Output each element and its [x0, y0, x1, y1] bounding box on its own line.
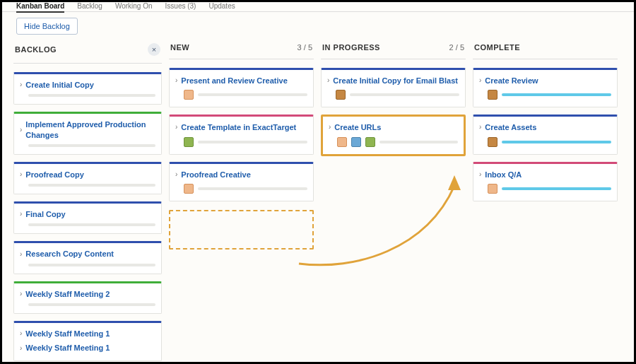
card-title[interactable]: Create Review [485, 76, 538, 86]
avatar-icon [184, 184, 194, 194]
progress-bar [28, 264, 155, 266]
card[interactable]: › Weekly Staff Meeting 1 › Weekly Staff … [13, 321, 162, 361]
progress-bar [502, 141, 611, 143]
progress-bar [379, 141, 458, 143]
avatar-icon [488, 90, 497, 100]
card[interactable]: › Create Initial Copy for Email Blast [321, 68, 466, 107]
chevron-right-icon: › [20, 251, 22, 258]
chevron-right-icon: › [20, 81, 22, 88]
chevron-right-icon: › [175, 77, 177, 84]
card[interactable]: › Create Review [473, 68, 618, 107]
column-new: NEW 3 / 5 › Present and Review Creative … [169, 40, 314, 364]
card-title[interactable]: Create Assets [485, 122, 536, 132]
column-count: 2 / 5 [449, 43, 464, 52]
card[interactable]: › Create Initial Copy [13, 72, 162, 105]
avatar-icon [488, 184, 497, 194]
avatar-icon [351, 137, 361, 147]
chevron-right-icon: › [479, 77, 481, 84]
card[interactable]: › Proofread Copy [13, 162, 162, 194]
card[interactable]: › Inbox Q/A [473, 162, 618, 201]
progress-bar [28, 184, 155, 187]
card[interactable]: › Proofread Creative [169, 162, 314, 201]
card-title[interactable]: Proofread Creative [181, 170, 250, 180]
tab-updates[interactable]: Updates [208, 2, 235, 11]
avatar-icon [184, 137, 194, 147]
progress-bar [28, 223, 155, 226]
card-highlighted[interactable]: › Create URLs [321, 115, 466, 155]
card-title[interactable]: Inbox Q/A [485, 170, 522, 180]
progress-bar [28, 144, 155, 147]
card-title[interactable]: Present and Review Creative [181, 76, 287, 86]
avatar-icon [336, 90, 346, 100]
avatar-icon [365, 137, 375, 147]
column-header: IN PROGRESS 2 / 5 [321, 40, 466, 59]
column-title: IN PROGRESS [322, 43, 380, 52]
card-title[interactable]: Create Initial Copy [25, 80, 94, 90]
nav-tabs: Kanban Board Backlog Working On Issues (… [2, 2, 634, 12]
card-title[interactable]: Implement Approved Production Changes [25, 119, 155, 140]
avatar-icon [184, 90, 194, 100]
chevron-right-icon: › [329, 124, 331, 131]
chevron-right-icon: › [479, 124, 481, 131]
chevron-right-icon: › [20, 330, 22, 337]
progress-bar [502, 187, 611, 190]
card[interactable]: › Present and Review Creative [169, 68, 314, 107]
drop-zone[interactable] [169, 210, 314, 249]
chevron-right-icon: › [20, 127, 22, 134]
column-complete: COMPLETE › Create Review › Create Assets [473, 40, 618, 364]
card-title[interactable]: Create URLs [334, 122, 381, 132]
card[interactable]: › Final Copy [13, 201, 162, 234]
card[interactable]: › Create Assets [473, 115, 618, 154]
column-in-progress: IN PROGRESS 2 / 5 › Create Initial Copy … [321, 40, 466, 364]
hide-backlog-button[interactable]: Hide Backlog [16, 18, 78, 35]
progress-bar [198, 187, 307, 190]
progress-bar [198, 93, 307, 96]
column-header: BACKLOG × [13, 40, 162, 64]
card-title[interactable]: Final Copy [25, 209, 65, 219]
card-title[interactable]: Create Initial Copy for Email Blast [333, 76, 458, 86]
progress-bar [198, 141, 307, 143]
column-count: 3 / 5 [298, 43, 312, 52]
tab-kanban-board[interactable]: Kanban Board [16, 2, 64, 13]
tab-issues[interactable]: Issues (3) [165, 2, 196, 11]
progress-bar [350, 93, 459, 96]
column-title: BACKLOG [15, 45, 57, 54]
card[interactable]: › Research Copy Content [13, 241, 162, 274]
card-title[interactable]: Weekly Staff Meeting 1 [25, 329, 110, 339]
progress-bar [502, 93, 611, 96]
card[interactable]: › Create Template in ExactTarget [169, 115, 314, 154]
avatar-icon [337, 137, 347, 147]
column-backlog: BACKLOG × › Create Initial Copy › Implem… [13, 40, 162, 364]
close-icon[interactable]: × [148, 43, 160, 56]
column-header: COMPLETE [473, 40, 618, 59]
card[interactable]: › Weekly Staff Meeting 2 [13, 281, 162, 314]
card-title[interactable]: Weekly Staff Meeting 1 [25, 343, 110, 353]
tab-working-on[interactable]: Working On [115, 2, 153, 11]
chevron-right-icon: › [20, 345, 22, 352]
chevron-right-icon: › [20, 211, 22, 218]
card[interactable]: › Implement Approved Production Changes [13, 112, 162, 155]
tab-backlog[interactable]: Backlog [77, 2, 102, 11]
column-title: NEW [170, 43, 189, 52]
chevron-right-icon: › [175, 171, 177, 178]
progress-bar [28, 303, 155, 306]
avatar-icon [488, 137, 497, 147]
chevron-right-icon: › [20, 290, 22, 298]
column-title: COMPLETE [474, 43, 520, 52]
column-header: NEW 3 / 5 [169, 40, 314, 59]
progress-bar [28, 94, 155, 97]
chevron-right-icon: › [175, 124, 177, 131]
card-title[interactable]: Proofread Copy [25, 170, 84, 180]
chevron-right-icon: › [327, 77, 329, 84]
toolbar: Hide Backlog [2, 12, 634, 40]
card-title[interactable]: Create Template in ExactTarget [181, 122, 296, 132]
card-title[interactable]: Weekly Staff Meeting 2 [25, 289, 110, 299]
chevron-right-icon: › [479, 171, 481, 178]
card-title[interactable]: Research Copy Content [25, 249, 114, 259]
chevron-right-icon: › [20, 171, 22, 178]
kanban-board: BACKLOG × › Create Initial Copy › Implem… [2, 40, 634, 364]
